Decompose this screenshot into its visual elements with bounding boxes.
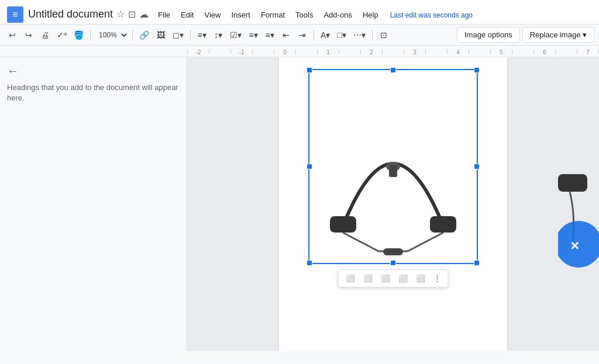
ruler-tick: -1 — [230, 49, 252, 54]
align-right-btn[interactable]: ⬜ — [377, 272, 394, 285]
document-title[interactable]: Untitled document — [28, 8, 113, 20]
highlight-button[interactable]: A▾ — [318, 27, 333, 43]
last-edit: Last edit was seconds ago — [390, 11, 473, 19]
paint-format-button[interactable]: 🪣 — [71, 27, 87, 43]
print-button[interactable]: 🖨 — [37, 27, 53, 43]
redo-button[interactable]: ↪ — [21, 27, 36, 43]
divider-1 — [90, 29, 91, 41]
align-button[interactable]: ≡▾ — [194, 27, 209, 43]
sidebar-hint: Headings that you add to the document wi… — [7, 82, 180, 103]
svg-rect-5 — [389, 165, 397, 177]
sidebar: ← Headings that you add to the document … — [0, 57, 187, 351]
handle-bottom-left[interactable] — [307, 260, 312, 266]
menu-format[interactable]: Format — [256, 8, 290, 22]
bullet-list-button[interactable]: ≡▾ — [246, 27, 261, 43]
ruler: -2 -1 0 1 2 3 4 5 6 7 8 — [0, 46, 599, 57]
image-button[interactable]: 🖼 — [153, 27, 168, 43]
ruler-tick: 6 — [533, 49, 555, 54]
crop-button[interactable]: ⊡ — [376, 27, 391, 43]
ruler-tick: 1 — [317, 49, 339, 54]
toolbar: ↩ ↪ 🖨 ✓ᵃ 🪣 100% 75% 125% 150% 🔗 🖼 ◻▾ ≡▾ … — [0, 24, 599, 46]
drawing-button[interactable]: ◻▾ — [170, 27, 187, 43]
menu-view[interactable]: View — [199, 8, 225, 22]
more-button[interactable]: ⋯▾ — [350, 27, 369, 43]
ruler-tick: 2 — [360, 49, 382, 54]
spellcheck-button[interactable]: ✓ᵃ — [54, 27, 70, 43]
star-icon[interactable]: ☆ — [116, 9, 125, 20]
partial-image: ✕ — [558, 127, 599, 275]
menu-addons[interactable]: Add-ons — [319, 8, 356, 22]
handle-top-right[interactable] — [474, 67, 480, 73]
menu-file[interactable]: File — [153, 8, 175, 22]
toolbar-right: Image options Replace image ▾ — [457, 27, 594, 43]
handle-mid-right[interactable] — [474, 164, 480, 169]
border-button[interactable]: □▾ — [334, 27, 349, 43]
undo-button[interactable]: ↩ — [5, 27, 20, 43]
ruler-tick: 7 — [577, 49, 598, 54]
ruler-tick: 4 — [447, 49, 469, 54]
image-wrapper[interactable]: ⬜ ⬜ ⬜ ⬜ ⬜ ⋮ — [308, 69, 478, 264]
ruler-tick — [295, 49, 317, 54]
image-options-button[interactable]: Image options — [457, 27, 520, 43]
ruler-tick — [512, 49, 533, 54]
indent-increase-button[interactable]: ⇥ — [295, 27, 310, 43]
ruler-tick: -2 — [187, 49, 209, 54]
svg-text:✕: ✕ — [570, 240, 580, 252]
ruler-tick — [209, 49, 230, 54]
title-area: Untitled document ☆ ⊡ ☁ — [28, 8, 149, 20]
ruler-tick — [469, 49, 490, 54]
ruler-tick: 3 — [404, 49, 425, 54]
ruler-tick — [382, 49, 404, 54]
ruler-tick — [339, 49, 360, 54]
cloud-icon[interactable]: ☁ — [139, 9, 149, 20]
align-left-btn[interactable]: ⬜ — [342, 272, 359, 285]
menu-bar: File Edit View Insert Format Tools Add-o… — [153, 6, 473, 24]
align-center-btn[interactable]: ⬜ — [360, 272, 376, 285]
menu-edit[interactable]: Edit — [176, 8, 198, 22]
indent-decrease-button[interactable]: ⇤ — [278, 27, 294, 43]
document-page: ⬜ ⬜ ⬜ ⬜ ⬜ ⋮ — [279, 57, 507, 351]
menu-help[interactable]: Help — [358, 8, 383, 22]
ruler-tick: 5 — [490, 49, 512, 54]
menu-insert[interactable]: Insert — [226, 8, 255, 22]
checklist-button[interactable]: ☑▾ — [227, 27, 245, 43]
more-options-btn[interactable]: ⋮ — [430, 272, 445, 285]
partial-headphones: ✕ — [558, 127, 599, 273]
svg-rect-1 — [430, 216, 456, 233]
ruler-tick: 0 — [274, 49, 295, 54]
svg-line-3 — [408, 233, 443, 251]
ruler-tick — [252, 49, 274, 54]
document-area[interactable]: ⬜ ⬜ ⬜ ⬜ ⬜ ⋮ ✕ ✂ — [187, 57, 599, 351]
back-button[interactable]: ← — [7, 64, 180, 78]
handle-mid-left[interactable] — [307, 164, 312, 169]
svg-line-2 — [343, 233, 378, 251]
menu-tools[interactable]: Tools — [291, 8, 318, 22]
handle-bottom-right[interactable] — [474, 260, 480, 266]
ruler-tick — [425, 49, 447, 54]
folder-icon[interactable]: ⊡ — [128, 9, 136, 20]
divider-3 — [190, 29, 191, 41]
handle-top-left[interactable] — [307, 67, 312, 73]
divider-4 — [314, 29, 314, 41]
link-button[interactable]: 🔗 — [136, 27, 152, 43]
title-bar: ≡ Untitled document ☆ ⊡ ☁ File Edit View… — [0, 0, 599, 24]
divider-5 — [372, 29, 373, 41]
inline-btn[interactable]: ⬜ — [395, 272, 411, 285]
numbered-list-button[interactable]: ≡▾ — [262, 27, 277, 43]
replace-image-button[interactable]: Replace image ▾ — [522, 27, 594, 43]
wrap-btn[interactable]: ⬜ — [412, 272, 429, 285]
headphones-image — [309, 70, 477, 263]
zoom-selector[interactable]: 100% 75% 125% 150% — [94, 29, 129, 41]
doc-icon: ≡ — [7, 6, 23, 23]
ruler-tick — [555, 49, 577, 54]
divider-2 — [132, 29, 133, 41]
main-layout: ← Headings that you add to the document … — [0, 57, 599, 351]
handle-mid-bottom[interactable] — [390, 260, 396, 266]
svg-rect-0 — [330, 216, 356, 233]
doc-title-row: Untitled document ☆ ⊡ ☁ — [28, 8, 149, 20]
line-spacing-button[interactable]: ↕▾ — [211, 27, 226, 43]
svg-rect-7 — [383, 248, 403, 255]
svg-rect-8 — [558, 174, 587, 192]
handle-mid-top[interactable] — [390, 67, 396, 73]
